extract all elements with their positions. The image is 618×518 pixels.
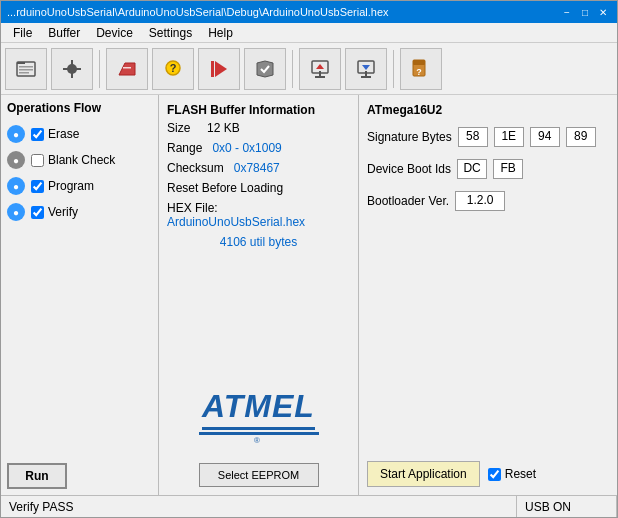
util-bytes-value: 4106 util bytes <box>220 235 297 249</box>
svg-text:?: ? <box>416 67 422 77</box>
operations-panel: Operations Flow ● Erase ● Blank Check ● <box>1 95 159 495</box>
select-eeprom-button[interactable]: Select EEPROM <box>199 463 319 487</box>
svg-rect-2 <box>19 66 33 68</box>
program-row: ● Program <box>7 175 152 197</box>
reset-checkbox[interactable] <box>488 468 501 481</box>
verify-btn[interactable] <box>244 48 286 90</box>
maximize-btn[interactable]: □ <box>577 5 593 19</box>
svg-rect-9 <box>76 68 81 70</box>
blank-check-row: ● Blank Check <box>7 149 152 171</box>
atmel-logo-text: ATMEL <box>202 388 315 430</box>
range-line: Range 0x0 - 0x1009 <box>167 141 350 155</box>
toolbar-sep-1 <box>99 50 100 88</box>
run-btn-container: Run <box>7 455 152 489</box>
menu-file[interactable]: File <box>5 24 40 42</box>
blank-check-checkbox[interactable] <box>31 154 44 167</box>
hex-file-label: HEX File: <box>167 201 218 215</box>
svg-point-5 <box>67 64 77 74</box>
upload-btn[interactable] <box>299 48 341 90</box>
verify-checkbox[interactable] <box>31 206 44 219</box>
erase-text: Erase <box>48 127 79 141</box>
svg-rect-7 <box>71 73 73 78</box>
operations-title: Operations Flow <box>7 101 152 115</box>
svg-rect-21 <box>365 71 367 76</box>
toolbar: ? ? <box>1 43 617 95</box>
window-title: ...rduinoUnoUsbSerial\ArduinoUnoUsbSeria… <box>7 6 389 18</box>
program-checkbox[interactable] <box>31 180 44 193</box>
erase-checkbox[interactable] <box>31 128 44 141</box>
minimize-btn[interactable]: − <box>559 5 575 19</box>
window-controls: − □ ✕ <box>559 5 611 19</box>
svg-rect-6 <box>71 60 73 65</box>
start-application-button[interactable]: Start Application <box>367 461 480 487</box>
erase-label[interactable]: Erase <box>31 127 79 141</box>
blank-check-text: Blank Check <box>48 153 115 167</box>
download-btn[interactable] <box>345 48 387 90</box>
blank-check-label[interactable]: Blank Check <box>31 153 115 167</box>
flash-title: FLASH Buffer Information <box>167 103 350 117</box>
reset-text: Reset <box>505 467 536 481</box>
size-line: Size 12 KB <box>167 121 350 135</box>
status-left: Verify PASS <box>1 496 517 517</box>
svg-marker-16 <box>316 64 324 69</box>
reset-label-container[interactable]: Reset <box>488 467 536 481</box>
checksum-label: Checksum <box>167 161 224 175</box>
menu-help[interactable]: Help <box>200 24 241 42</box>
toolbar-sep-3 <box>393 50 394 88</box>
menu-settings[interactable]: Settings <box>141 24 200 42</box>
close-btn[interactable]: ✕ <box>595 5 611 19</box>
svg-rect-8 <box>63 68 68 70</box>
reset-label: Reset Before Loading <box>167 181 283 195</box>
atmega-panel: ATmega16U2 Signature Bytes 58 1E 94 89 D… <box>359 95 617 495</box>
range-label: Range <box>167 141 202 155</box>
atmel-logo: ATMEL ® <box>167 378 350 455</box>
sig-label: Signature Bytes <box>367 130 452 144</box>
hex-file-value: ArduinoUnoUsbSerial.hex <box>167 215 305 229</box>
checksum-line: Checksum 0x78467 <box>167 161 350 175</box>
erase-btn[interactable] <box>106 48 148 90</box>
status-bar: Verify PASS USB ON <box>1 495 617 517</box>
main-window: ...rduinoUnoUsbSerial\ArduinoUnoUsbSeria… <box>0 0 618 518</box>
connect-btn[interactable] <box>51 48 93 90</box>
help-btn[interactable]: ? <box>400 48 442 90</box>
verify-label[interactable]: Verify <box>31 205 78 219</box>
boot-id-0: DC <box>457 159 487 179</box>
checksum-value: 0x78467 <box>234 161 280 175</box>
sig-byte-1: 1E <box>494 127 524 147</box>
menu-buffer[interactable]: Buffer <box>40 24 88 42</box>
menu-bar: File Buffer Device Settings Help <box>1 23 617 43</box>
program-status-icon: ● <box>7 177 25 195</box>
svg-rect-24 <box>413 60 425 65</box>
verify-status-icon: ● <box>7 203 25 221</box>
svg-rect-14 <box>211 61 214 77</box>
program-btn[interactable] <box>198 48 240 90</box>
erase-status-icon: ● <box>7 125 25 143</box>
status-right: USB ON <box>517 496 617 517</box>
boot-label: Device Boot Ids <box>367 162 451 176</box>
bootloader-label: Bootloader Ver. <box>367 194 449 208</box>
size-label: Size <box>167 121 190 135</box>
size-value: 12 KB <box>207 121 240 135</box>
svg-rect-3 <box>19 69 33 71</box>
title-bar: ...rduinoUnoUsbSerial\ArduinoUnoUsbSeria… <box>1 1 617 23</box>
open-file-btn[interactable] <box>5 48 47 90</box>
program-label[interactable]: Program <box>31 179 94 193</box>
blank-check-status-icon: ● <box>7 151 25 169</box>
svg-rect-18 <box>315 76 325 78</box>
svg-rect-10 <box>123 67 131 69</box>
atmega-title: ATmega16U2 <box>367 103 609 117</box>
blank-check-btn[interactable]: ? <box>152 48 194 90</box>
menu-device[interactable]: Device <box>88 24 141 42</box>
svg-text:?: ? <box>170 62 177 74</box>
erase-row: ● Erase <box>7 123 152 145</box>
svg-rect-4 <box>19 72 29 74</box>
toolbar-sep-2 <box>292 50 293 88</box>
range-value: 0x0 - 0x1009 <box>212 141 281 155</box>
sig-byte-3: 89 <box>566 127 596 147</box>
verify-text: Verify <box>48 205 78 219</box>
boot-id-1: FB <box>493 159 523 179</box>
main-content: Operations Flow ● Erase ● Blank Check ● <box>1 95 617 495</box>
svg-marker-13 <box>215 61 227 77</box>
program-text: Program <box>48 179 94 193</box>
run-button[interactable]: Run <box>7 463 67 489</box>
